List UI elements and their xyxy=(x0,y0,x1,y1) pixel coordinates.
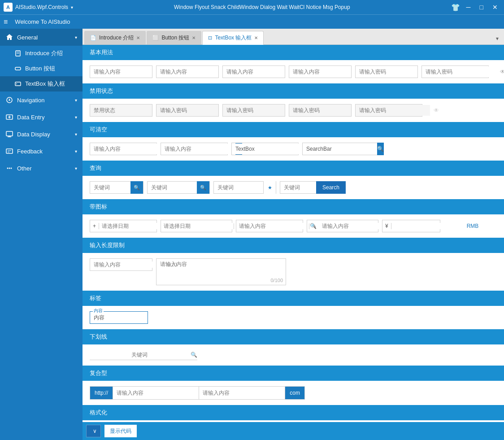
icon-input-row: + 📅 ✎ 🔍 ¥ xyxy=(90,220,497,232)
money-input-wrap: ¥ RMB xyxy=(382,220,440,232)
query-input-3[interactable] xyxy=(214,184,263,191)
section-basic-body: 👁 xyxy=(83,60,504,83)
rmb-label: RMB xyxy=(464,223,482,229)
sidebar-item-other[interactable]: Other ▾ xyxy=(0,160,83,177)
query-search-btn-2[interactable]: 🔍 xyxy=(197,181,209,194)
sidebar-item-navigation[interactable]: Navigation ▾ xyxy=(0,91,83,109)
section-format-header: 格式化 xyxy=(83,405,504,420)
query-group-3: ★ xyxy=(213,181,276,194)
date-input-2[interactable] xyxy=(161,223,234,229)
minimize-button[interactable]: ─ xyxy=(464,3,474,12)
basic-input-6[interactable] xyxy=(422,66,496,77)
doc-icon xyxy=(14,50,22,57)
tab-textbox-close[interactable]: ✕ xyxy=(254,35,258,40)
tab-introduce[interactable]: 📄 Introduce 介绍 ✕ xyxy=(84,31,146,44)
data-display-arrow-icon: ▾ xyxy=(75,132,77,137)
data-display-icon xyxy=(5,130,13,138)
tab-textbox[interactable]: ⊡ TextBox 输入框 ✕ xyxy=(202,31,264,45)
searchbar-search-btn[interactable]: 🔍 xyxy=(377,143,384,155)
query-input-4[interactable] xyxy=(280,184,316,191)
sidebar-item-data-display[interactable]: Data Display ▾ xyxy=(0,126,83,143)
tab-introduce-close[interactable]: ✕ xyxy=(136,35,140,40)
query-search-text-btn[interactable]: Search xyxy=(316,181,346,194)
section-tag-title: 标签 xyxy=(90,295,101,301)
maximize-button[interactable]: □ xyxy=(477,3,486,12)
search-label: Search xyxy=(322,184,339,191)
underline-search-icon[interactable]: 🔍 xyxy=(191,352,197,358)
section-composite-body: http:// com xyxy=(83,381,504,405)
tag-label: 内容 xyxy=(93,308,104,314)
clearable-input-1[interactable] xyxy=(90,144,165,154)
query-group-1: 🔍 xyxy=(90,181,143,194)
section-length-header: 输入长度限制 xyxy=(83,238,504,253)
section-length-title: 输入长度限制 xyxy=(90,242,125,248)
titlebar: A AIStudio.Wpf.Controls ▾ Window Flyout … xyxy=(0,0,504,14)
composite-input-2[interactable] xyxy=(199,387,285,399)
svg-rect-3 xyxy=(15,67,21,70)
money-input[interactable] xyxy=(391,223,464,229)
navigation-label: Navigation xyxy=(17,97,71,104)
underline-input[interactable] xyxy=(90,352,189,358)
section-length-body: 0/10 0/100 xyxy=(83,253,504,291)
section-query-title: 查询 xyxy=(90,165,101,171)
close-button[interactable]: ✕ xyxy=(490,3,500,12)
hamburger-icon[interactable]: ≡ xyxy=(4,18,8,26)
clearable-input-2[interactable] xyxy=(161,144,235,154)
section-disabled-body: 👁 xyxy=(83,99,504,122)
data-entry-arrow-icon: ▾ xyxy=(75,115,77,120)
sidebar-item-data-entry[interactable]: Data Entry ▾ xyxy=(0,109,83,126)
textbox-input[interactable] xyxy=(232,144,306,154)
edit-input[interactable] xyxy=(236,223,309,229)
query-input-2[interactable] xyxy=(148,184,197,191)
bottom-dropdown[interactable]: ∨ xyxy=(86,425,101,437)
clearable-input-1-wrap xyxy=(90,143,157,155)
tag-text: 内容 xyxy=(94,314,104,322)
section-basic-title: 基本用法 xyxy=(90,49,113,56)
composite-prefix: http:// xyxy=(90,387,113,399)
app-logo: A xyxy=(4,3,13,12)
length-input-1[interactable] xyxy=(90,261,165,268)
tag-input-wrap[interactable]: 内容 内容 xyxy=(90,311,148,324)
sidebar-item-general[interactable]: General ▾ xyxy=(0,29,83,46)
search-prefix-icon: 🔍 xyxy=(307,223,319,229)
query-input-1[interactable] xyxy=(90,184,130,191)
composite-input-1[interactable] xyxy=(113,387,199,399)
svg-point-18 xyxy=(11,168,12,169)
basic-input-1[interactable] xyxy=(90,65,152,78)
sidebar-item-feedback[interactable]: Feedback ▾ xyxy=(0,143,83,160)
dropdown-arrow-icon[interactable]: ▾ xyxy=(71,5,73,10)
shirt-icon: 👕 xyxy=(451,3,460,12)
feedback-arrow-icon: ▾ xyxy=(75,149,77,154)
query-search-btn-1[interactable]: 🔍 xyxy=(130,181,143,194)
query-group-2: 🔍 xyxy=(147,181,210,194)
other-icon xyxy=(5,164,13,172)
search-input-icon[interactable] xyxy=(319,223,392,229)
tab-overflow-chevron[interactable]: ▾ xyxy=(492,33,502,44)
query-star-btn[interactable]: ★ xyxy=(263,181,276,194)
show-code-button[interactable]: 显示代码 xyxy=(104,425,137,437)
basic-input-4[interactable] xyxy=(289,65,352,78)
searchbar-input[interactable] xyxy=(303,146,377,152)
tab-button-close[interactable]: ✕ xyxy=(192,35,196,40)
sidebar-sub-item-button[interactable]: Button 按钮 xyxy=(0,61,83,76)
textbox-icon xyxy=(14,80,22,87)
svg-rect-4 xyxy=(15,82,21,86)
tab-button[interactable]: ⬜ Button 按钮 ✕ xyxy=(147,31,201,44)
section-disabled-title: 禁用状态 xyxy=(90,87,113,94)
sidebar-sub-item-textbox[interactable]: TextBox 输入框 xyxy=(0,76,83,91)
composite-wrap: http:// com xyxy=(90,386,305,400)
length-textarea[interactable] xyxy=(156,259,286,285)
length-input-row: 0/10 0/100 xyxy=(90,258,497,285)
searchbar-wrap: 🔍 xyxy=(302,143,383,155)
basic-input-2[interactable] xyxy=(156,65,219,78)
basic-input-3[interactable] xyxy=(222,65,285,78)
length-input-2-wrap: 0/100 xyxy=(156,258,286,285)
yen-icon: ¥ xyxy=(382,223,391,229)
sidebar-sub-item-introduce[interactable]: Introduce 介绍 xyxy=(0,46,83,61)
eye-button[interactable]: 👁 xyxy=(496,66,504,78)
basic-input-5[interactable] xyxy=(355,65,418,78)
svg-rect-13 xyxy=(6,149,13,153)
dropdown-arrow-icon: ∨ xyxy=(93,428,97,434)
section-underline-body: 🔍 xyxy=(83,344,504,366)
disabled-input-2 xyxy=(156,104,219,117)
